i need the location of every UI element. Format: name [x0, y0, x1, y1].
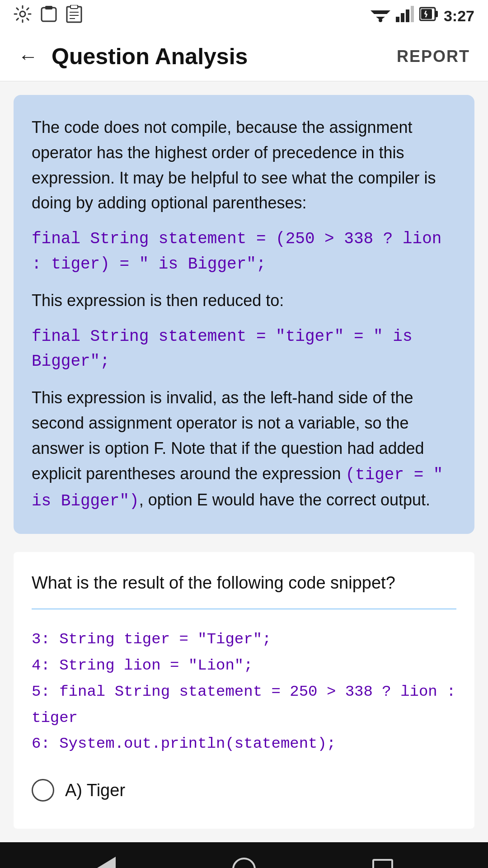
app-bar-left: ← Question Analysis [14, 41, 248, 72]
svg-rect-12 [396, 17, 399, 22]
code-line-2: 4: String lion = "Lion"; [32, 653, 456, 679]
gear-icon [14, 5, 32, 27]
answer-label-a: A) Tiger [65, 781, 125, 800]
analysis-paragraph-3: This expression is invalid, as the left-… [32, 385, 456, 514]
bottom-nav [0, 842, 488, 868]
analysis-code-2: final String statement = "tiger" = " is … [32, 324, 456, 375]
nav-back-button[interactable] [87, 851, 123, 868]
nav-recent-button[interactable] [365, 851, 401, 868]
question-text: What is the result of the following code… [32, 570, 456, 596]
analysis-paragraph-1: The code does not compile, because the a… [32, 115, 456, 216]
back-arrow-icon: ← [18, 45, 38, 68]
svg-rect-3 [67, 7, 81, 22]
home-circle-icon [232, 858, 256, 868]
radio-button-a[interactable] [32, 779, 54, 802]
status-bar-right: 3:27 [371, 6, 474, 26]
code-block: 3: String tiger = "Tiger"; 4: String lio… [32, 622, 456, 762]
answer-option-a[interactable]: A) Tiger [32, 774, 456, 806]
analysis-paragraph-2: This expression is then reduced to: [32, 288, 456, 313]
back-button[interactable]: ← [14, 41, 42, 72]
svg-point-0 [20, 11, 25, 17]
recent-square-icon [372, 859, 393, 868]
clipboard-icon [66, 5, 82, 27]
question-section: What is the result of the following code… [14, 552, 474, 829]
signal-icon [396, 6, 414, 26]
wifi-icon [371, 6, 390, 26]
main-content: The code does not compile, because the a… [0, 81, 488, 842]
sim-icon [41, 5, 57, 27]
code-line-1: 3: String tiger = "Tiger"; [32, 627, 456, 653]
svg-point-11 [379, 19, 382, 22]
svg-rect-14 [406, 9, 409, 22]
code-line-3: 5: final String statement = 250 > 338 ? … [32, 679, 456, 731]
status-bar-left [14, 5, 82, 27]
battery-icon [419, 6, 438, 26]
analysis-paragraph-3b: , option E would have the correct output… [139, 491, 430, 509]
svg-rect-13 [401, 13, 404, 22]
svg-rect-2 [45, 6, 52, 9]
question-divider [32, 609, 456, 609]
nav-home-button[interactable] [226, 851, 262, 868]
svg-rect-17 [435, 11, 438, 17]
code-line-4: 6: System.out.println(statement); [32, 731, 456, 757]
back-triangle-icon [95, 857, 116, 868]
app-bar: ← Question Analysis REPORT [0, 32, 488, 81]
svg-rect-1 [42, 8, 56, 21]
status-bar: 3:27 [0, 0, 488, 32]
page-title: Question Analysis [52, 43, 248, 70]
report-button[interactable]: REPORT [392, 42, 474, 71]
svg-rect-15 [411, 6, 414, 22]
analysis-code-1: final String statement = (250 > 338 ? li… [32, 226, 456, 277]
time-display: 3:27 [444, 7, 474, 25]
analysis-card: The code does not compile, because the a… [14, 95, 474, 534]
svg-rect-4 [70, 5, 78, 9]
